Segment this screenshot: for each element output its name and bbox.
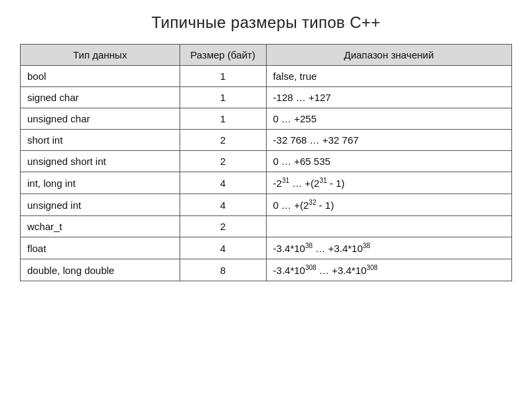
cell-type: signed char	[21, 87, 180, 108]
page-title: Типичные размеры типов С++	[152, 13, 380, 32]
cell-type: double, long double	[21, 259, 180, 281]
table-row: unsigned short int20 … +65 535	[21, 151, 512, 172]
cell-size: 2	[180, 151, 266, 172]
col-header-range: Диапазон значений	[266, 45, 511, 66]
cell-size: 4	[180, 237, 266, 259]
cell-type: wchar_t	[21, 216, 180, 237]
cell-range: -231 … +(231 - 1)	[266, 172, 511, 194]
cell-range: 0 … +(232 - 1)	[266, 194, 511, 216]
cell-type: unsigned char	[21, 108, 180, 130]
cell-range: 0 … +65 535	[266, 151, 511, 172]
cell-type: bool	[21, 66, 180, 87]
col-header-size: Размер (байт)	[180, 45, 266, 66]
cell-size: 4	[180, 194, 266, 216]
cell-range: -128 … +127	[266, 87, 511, 108]
cell-size: 1	[180, 108, 266, 130]
cell-type: short int	[21, 130, 180, 151]
table-row: short int2-32 768 … +32 767	[21, 130, 512, 151]
cell-size: 4	[180, 172, 266, 194]
table-header-row: Тип данных Размер (байт) Диапазон значен…	[21, 45, 512, 66]
cell-size: 1	[180, 66, 266, 87]
data-types-table: Тип данных Размер (байт) Диапазон значен…	[20, 44, 512, 281]
table-row: wchar_t2	[21, 216, 512, 237]
table-row: signed char1-128 … +127	[21, 87, 512, 108]
table-row: float4-3.4*1038 … +3.4*1038	[21, 237, 512, 259]
table-row: unsigned char10 … +255	[21, 108, 512, 130]
cell-type: int, long int	[21, 172, 180, 194]
cell-range	[266, 216, 511, 237]
cell-type: unsigned int	[21, 194, 180, 216]
cell-range: 0 … +255	[266, 108, 511, 130]
cell-type: float	[21, 237, 180, 259]
cell-range: -32 768 … +32 767	[266, 130, 511, 151]
table-row: unsigned int40 … +(232 - 1)	[21, 194, 512, 216]
col-header-type: Тип данных	[21, 45, 180, 66]
cell-type: unsigned short int	[21, 151, 180, 172]
cell-size: 1	[180, 87, 266, 108]
cell-size: 2	[180, 216, 266, 237]
cell-range: -3.4*1038 … +3.4*1038	[266, 237, 511, 259]
table-row: int, long int4-231 … +(231 - 1)	[21, 172, 512, 194]
cell-range: -3.4*10308 … +3.4*10308	[266, 259, 511, 281]
cell-range: false, true	[266, 66, 511, 87]
cell-size: 2	[180, 130, 266, 151]
table-row: double, long double8-3.4*10308 … +3.4*10…	[21, 259, 512, 281]
cell-size: 8	[180, 259, 266, 281]
table-row: bool1false, true	[21, 66, 512, 87]
